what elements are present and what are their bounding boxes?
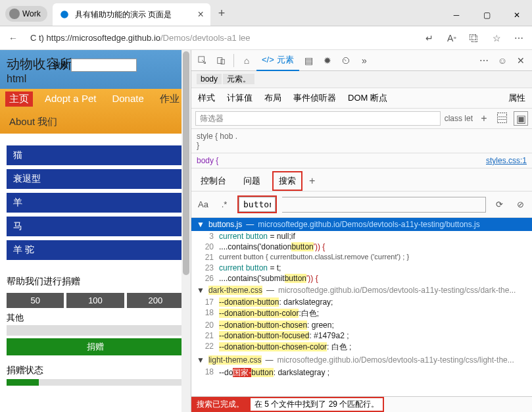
style-rule: style { hob . } [191, 129, 532, 153]
search-label: 搜索 [53, 60, 68, 71]
minimize-button[interactable]: ─ [441, 5, 472, 26]
debug-icon[interactable]: ✹ [319, 52, 336, 69]
search-statusbar: 搜索已完成。 在 5 个文件中找到了 29 个匹配行。 [191, 396, 532, 412]
nav-home[interactable]: 主页 [5, 91, 33, 107]
list-item[interactable]: 马 [7, 217, 184, 236]
result-line[interactable]: 18--do国家-button: darkslategray ; [191, 367, 532, 379]
edge-favicon-icon [59, 9, 70, 20]
search-input[interactable] [239, 197, 276, 212]
new-tab-button[interactable]: + [210, 1, 233, 26]
subtab-computed[interactable]: 计算值 [227, 92, 253, 104]
match-case-button[interactable]: Aa [195, 197, 211, 213]
status-count: 在 5 个文件中找到了 29 个匹配行。 [249, 397, 384, 412]
result-line[interactable]: 23current button = t; [191, 263, 532, 273]
page-search-input[interactable] [71, 59, 137, 72]
list-item[interactable]: 羊 驼 [7, 240, 184, 260]
nav-about[interactable]: About 我们 [5, 115, 61, 130]
list-item[interactable]: 羊 [7, 193, 184, 213]
back-button[interactable]: ← [4, 29, 22, 47]
favorite-icon[interactable]: ☆ [487, 29, 506, 47]
stylesheet-link[interactable]: styles.css:1 [486, 156, 527, 165]
tab-elements[interactable]: </> 元素 [256, 50, 299, 71]
donate-other-input[interactable] [7, 325, 184, 336]
search-toolbar: Aa .* ⟳ ⊘ [191, 192, 532, 218]
drawer-tab-console[interactable]: 控制台 [195, 172, 231, 190]
svg-rect-2 [218, 57, 222, 63]
search-results: ▼ buttons.js — microsoftedge.github.io/D… [191, 218, 532, 396]
new-style-button[interactable]: + [477, 111, 491, 126]
subtab-listeners[interactable]: 事件侦听器 [293, 92, 336, 104]
result-line[interactable]: 20--donation-button-chosen: green; [191, 320, 532, 330]
profile-switcher[interactable]: Work [5, 6, 47, 22]
donate-heading: 帮助我们进行捐赠 [7, 276, 184, 288]
url-field[interactable]: C t) https://microsoftedge.github.io/Dem… [26, 33, 416, 43]
nav-donate[interactable]: Donate [108, 91, 147, 107]
result-file-header[interactable]: ▼ buttons.js — microsoftedge.github.io/D… [191, 218, 532, 231]
subtab-styles[interactable]: 样式 [198, 92, 215, 104]
donate-100[interactable]: 100 [66, 293, 124, 308]
close-tab-button[interactable]: × [197, 9, 203, 20]
page-subtitle: html [7, 73, 184, 85]
profile-label: Work [22, 9, 41, 18]
subtab-properties[interactable]: 属性 [508, 92, 525, 104]
page-scrollbar[interactable] [181, 50, 191, 412]
tab-title: 具有辅助功能的演示 页面是 [75, 9, 172, 20]
subtab-layout[interactable]: 布局 [264, 92, 281, 104]
regex-button[interactable]: .* [216, 197, 232, 213]
feedback-icon[interactable]: ☺ [494, 52, 511, 69]
result-line[interactable]: 18--donation-button-color:白色; [191, 307, 532, 320]
result-file-header[interactable]: ▼ dark-theme.css — microsoftedge.github.… [191, 284, 532, 297]
window-controls: ─ ▢ ✕ [441, 5, 532, 26]
close-window-button[interactable]: ✕ [502, 5, 532, 26]
result-file-header[interactable]: ▼ light-theme.css — microsoftedge.github… [191, 353, 532, 367]
flex-toggle-icon[interactable]: ⿳ [495, 111, 510, 126]
styles-filter-input[interactable] [195, 111, 441, 126]
status-done: 搜索已完成。 [191, 397, 249, 412]
devtools-tabbar: ⌂ </> 元素 ▤ ✹ ⏲ » ⋯ ☺ ✕ [191, 50, 532, 71]
read-aloud-icon[interactable]: A» [443, 29, 461, 47]
toggle-panel-icon[interactable]: ▣ [514, 111, 528, 126]
subtab-dom-bp[interactable]: DOM 断点 [348, 92, 387, 104]
search-input-ext[interactable] [282, 197, 486, 213]
result-line[interactable]: 17--donation-button: darkslategray; [191, 297, 532, 307]
browser-tab[interactable]: 具有辅助功能的演示 页面是 × [53, 3, 210, 26]
result-line[interactable]: 22--donation-button-chosen-color: 白色 ; [191, 341, 532, 353]
breadcrumb[interactable]: body元索。 [191, 71, 532, 88]
result-line[interactable]: 21--donation-button-focused: #1479a2 ; [191, 330, 532, 341]
device-icon[interactable] [212, 52, 230, 69]
drawer-tab-search[interactable]: 搜索 [272, 171, 302, 191]
drawer-add-tab[interactable]: + [309, 175, 315, 187]
list-item[interactable]: 衰退型 [7, 169, 184, 189]
class-toggle-label[interactable]: class let [445, 114, 473, 123]
sources-icon[interactable]: ▤ [301, 52, 318, 69]
result-line[interactable]: 3current button = null;if [191, 231, 532, 242]
inspect-icon[interactable] [194, 52, 211, 69]
drawer-tab-issues[interactable]: 问题 [238, 172, 266, 190]
drawer-tabbar: 控制台 问题 搜索 + [191, 168, 532, 192]
nav-adopt[interactable]: Adopt a Pet [41, 91, 100, 107]
donate-50[interactable]: 50 [7, 293, 64, 308]
status-heading: 捐赠状态 [7, 365, 184, 376]
refresh-search-button[interactable]: ⟳ [491, 197, 507, 213]
clear-search-button[interactable]: ⊘ [512, 197, 528, 213]
nav-jobs[interactable]: 作业 [156, 91, 183, 107]
enter-button[interactable]: ↵ [420, 29, 439, 47]
result-line[interactable]: 21current button { currentbutton.classLi… [191, 252, 532, 263]
maximize-button[interactable]: ▢ [472, 5, 502, 26]
donate-submit-button[interactable]: 捐赠 [7, 338, 184, 355]
welcome-icon[interactable]: ⌂ [238, 52, 255, 69]
more-tabs-icon[interactable]: » [356, 52, 373, 69]
devtools-more-icon[interactable]: ⋯ [475, 52, 493, 69]
more-button[interactable]: ⋯ [510, 29, 528, 47]
result-line[interactable]: 20....contains('donationbutton')) { [191, 242, 532, 252]
svg-point-0 [60, 11, 68, 18]
network-icon[interactable]: ⏲ [337, 52, 354, 69]
search-input-highlight [237, 195, 277, 213]
result-line[interactable]: 26....contains('submitbutton')) { [191, 273, 532, 284]
donate-200[interactable]: 200 [127, 293, 184, 308]
donate-other-label: 其他 [7, 312, 184, 324]
list-item[interactable]: 猫 [7, 145, 184, 165]
collections-icon[interactable]: ⿻ [465, 29, 483, 47]
devtools-close-icon[interactable]: ✕ [512, 52, 529, 69]
style-rule-body: body { styles.css:1 [191, 153, 532, 168]
